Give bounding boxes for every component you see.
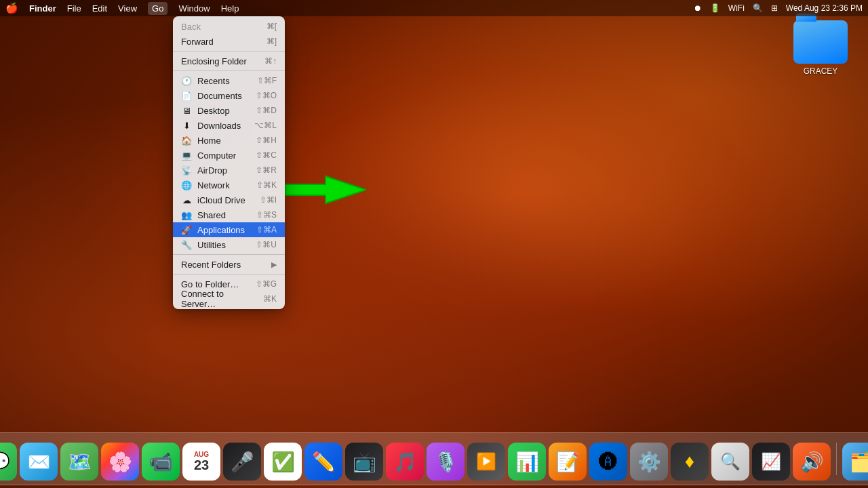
menu-item-icloud-drive[interactable]: ☁ iCloud Drive ⇧⌘I bbox=[173, 192, 285, 207]
dock-icon-voice-memos[interactable]: 🎤 bbox=[223, 443, 261, 481]
downloads-icon: ⬇ bbox=[181, 120, 192, 131]
documents-icon: 📄 bbox=[181, 90, 192, 101]
dock-icon-messages[interactable]: 💬 bbox=[0, 443, 17, 481]
menubar-window[interactable]: Window bbox=[178, 3, 210, 14]
recent-folders-arrow: ▶ bbox=[271, 260, 277, 269]
control-center-icon[interactable]: ⊞ bbox=[771, 3, 778, 13]
menu-item-utilities[interactable]: 🔧 Utilities ⇧⌘U bbox=[173, 237, 285, 252]
dock-divider bbox=[836, 443, 837, 475]
menu-item-recents[interactable]: 🕐 Recents ⇧⌘F bbox=[173, 73, 285, 88]
menu-item-shared[interactable]: 👥 Shared ⇧⌘S bbox=[173, 207, 285, 222]
dock-icon-pages[interactable]: 📝 bbox=[549, 443, 587, 481]
dock-icon-apple-tv[interactable]: 📺 bbox=[345, 443, 383, 481]
menubar: 🍎 Finder File Edit View Go Window Help ⏺… bbox=[0, 0, 868, 16]
screen-record-indicator: ⏺ bbox=[694, 3, 702, 13]
shared-icon: 👥 bbox=[181, 209, 192, 220]
dock-icon-soundsource[interactable]: 🔊 bbox=[793, 443, 831, 481]
menu-item-home[interactable]: 🏠 Home ⇧⌘H bbox=[173, 133, 285, 148]
recents-icon: 🕐 bbox=[181, 75, 192, 86]
search-icon[interactable]: 🔍 bbox=[753, 3, 763, 13]
dock-icon-podcasts[interactable]: 🎙️ bbox=[427, 443, 465, 481]
menu-separator-2 bbox=[173, 70, 285, 71]
dock-icon-calendar[interactable]: AUG23 bbox=[182, 443, 220, 481]
dock-icon-alfred[interactable]: ♦ bbox=[671, 443, 709, 481]
wifi-icon: WiFi bbox=[728, 3, 745, 13]
dock-icon-facetime[interactable]: 📹 bbox=[142, 443, 180, 481]
folder-label: GRACEY bbox=[804, 66, 838, 76]
network-icon: 🌐 bbox=[181, 180, 192, 190]
menubar-view[interactable]: View bbox=[118, 3, 137, 14]
dock-icon-mail[interactable]: ✉️ bbox=[20, 443, 58, 481]
dock-icon-maps[interactable]: 🗺️ bbox=[60, 443, 98, 481]
menu-item-recent-folders[interactable]: Recent Folders ▶ bbox=[173, 257, 285, 272]
dock-icon-reminders[interactable]: ✅ bbox=[264, 443, 302, 481]
desktop-folder-gracey[interactable]: GRACEY bbox=[793, 20, 848, 76]
menubar-go[interactable]: Go bbox=[148, 2, 167, 15]
menubar-file[interactable]: File bbox=[67, 3, 81, 14]
menu-item-connect-to-server[interactable]: Connect to Server… ⌘K bbox=[173, 291, 285, 306]
menu-item-network[interactable]: 🌐 Network ⇧⌘K bbox=[173, 178, 285, 192]
airdrop-icon: 📡 bbox=[181, 165, 192, 176]
dock-icon-raycast[interactable]: 🔍 bbox=[711, 443, 749, 481]
computer-icon: 💻 bbox=[181, 150, 192, 161]
dock-icon-finder-files[interactable]: 🗂️ bbox=[842, 443, 868, 481]
datetime: Wed Aug 23 2:36 PM bbox=[786, 3, 863, 13]
utilities-icon: 🔧 bbox=[181, 239, 192, 250]
dock-icon-istatmenus[interactable]: 📈 bbox=[752, 443, 790, 481]
menu-separator-1 bbox=[173, 51, 285, 52]
menu-item-applications[interactable]: 🚀 Applications ⇧⌘A bbox=[173, 222, 285, 237]
dock-icon-remote[interactable]: ▶️ bbox=[467, 443, 505, 481]
menu-item-back[interactable]: Back ⌘[ bbox=[173, 19, 285, 34]
menu-separator-4 bbox=[173, 274, 285, 274]
desktop-icon: 🖥 bbox=[181, 105, 192, 116]
battery-icon: 🔋 bbox=[710, 3, 720, 13]
menu-separator-3 bbox=[173, 254, 285, 255]
dock-icon-settings[interactable]: ⚙️ bbox=[630, 443, 668, 481]
dock-icon-photos[interactable]: 🌸 bbox=[101, 443, 139, 481]
menu-item-desktop[interactable]: 🖥 Desktop ⇧⌘D bbox=[173, 103, 285, 118]
menubar-finder[interactable]: Finder bbox=[29, 3, 56, 14]
applications-icon: 🚀 bbox=[181, 224, 192, 235]
go-menu: Back ⌘[ Forward ⌘] Enclosing Folder ⌘↑ 🕐… bbox=[173, 16, 285, 309]
dock: 😊 🧭 💬 ✉️ 🗺️ bbox=[0, 432, 868, 485]
menubar-left: 🍎 Finder File Edit View Go Window Help bbox=[5, 2, 239, 15]
dock-icon-freeform[interactable]: ✏️ bbox=[304, 443, 342, 481]
menu-item-computer[interactable]: 💻 Computer ⇧⌘C bbox=[173, 148, 285, 163]
dock-icon-app-store[interactable]: 🅐 bbox=[589, 443, 627, 481]
menu-item-documents[interactable]: 📄 Documents ⇧⌘O bbox=[173, 88, 285, 103]
desktop: 🍎 Finder File Edit View Go Window Help ⏺… bbox=[0, 0, 868, 488]
menu-item-downloads[interactable]: ⬇ Downloads ⌥⌘L bbox=[173, 118, 285, 133]
svg-marker-0 bbox=[285, 176, 366, 203]
icloud-icon: ☁ bbox=[181, 195, 192, 205]
dock-icon-music[interactable]: 🎵 bbox=[386, 443, 424, 481]
menu-item-enclosing-folder[interactable]: Enclosing Folder ⌘↑ bbox=[173, 54, 285, 68]
home-icon: 🏠 bbox=[181, 135, 192, 146]
menubar-help[interactable]: Help bbox=[221, 3, 239, 14]
menubar-right: ⏺ 🔋 WiFi 🔍 ⊞ Wed Aug 23 2:36 PM bbox=[694, 3, 863, 13]
apple-menu[interactable]: 🍎 bbox=[5, 2, 18, 14]
annotation-arrow bbox=[285, 173, 366, 207]
menu-item-forward[interactable]: Forward ⌘] bbox=[173, 34, 285, 49]
menubar-edit[interactable]: Edit bbox=[92, 3, 107, 14]
menu-item-airdrop[interactable]: 📡 AirDrop ⇧⌘R bbox=[173, 163, 285, 178]
folder-icon bbox=[793, 20, 848, 64]
dock-icon-numbers[interactable]: 📊 bbox=[508, 443, 546, 481]
